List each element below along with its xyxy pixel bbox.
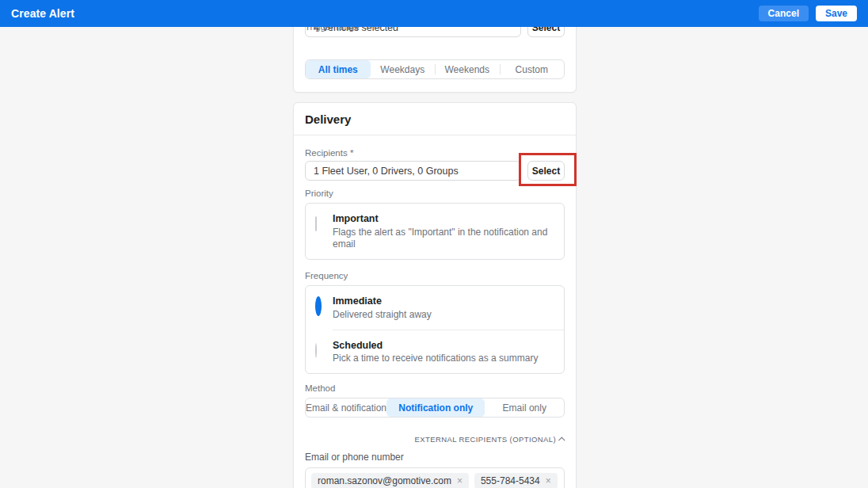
delivery-card-body: Recipients * 1 Fleet User, 0 Drivers, 0 … xyxy=(294,135,576,488)
recipients-select-button[interactable]: Select xyxy=(527,161,565,181)
frequency-immediate-option[interactable]: Immediate Delivered straight away xyxy=(306,286,564,329)
priority-option-box: Important Flags the alert as "Important"… xyxy=(305,203,565,260)
save-button[interactable]: Save xyxy=(816,6,857,21)
topbar: Create Alert Cancel Save xyxy=(0,0,868,27)
method-label: Method xyxy=(305,383,565,393)
page-title: Create Alert xyxy=(11,7,74,20)
chip-email-remove-icon[interactable]: × xyxy=(457,476,463,486)
recipient-chip-email: roman.sazonov@gomotive.com × xyxy=(311,473,469,488)
frequency-label: Frequency xyxy=(305,271,565,280)
method-option-notification-only[interactable]: Notification only xyxy=(386,398,485,417)
chip-phone-remove-icon[interactable]: × xyxy=(546,476,551,486)
important-title: Important xyxy=(333,212,554,226)
important-checkbox[interactable] xyxy=(315,217,326,251)
immediate-title: Immediate xyxy=(333,295,432,308)
recipients-label: Recipients * xyxy=(305,148,565,158)
topbar-actions: Cancel Save xyxy=(759,6,857,21)
recipients-row: 1 Fleet User, 0 Drivers, 0 Groups Select xyxy=(305,161,565,181)
priority-label: Priority xyxy=(305,189,565,198)
scheduled-description: Pick a time to receive notifications as … xyxy=(333,353,538,365)
delivery-card: Delivery Recipients * 1 Fleet User, 0 Dr… xyxy=(293,102,577,488)
frequency-scheduled-option[interactable]: Scheduled Pick a time to receive notific… xyxy=(333,330,564,373)
method-option-email-notification[interactable]: Email & notification xyxy=(306,398,386,417)
cancel-button[interactable]: Cancel xyxy=(759,6,809,21)
external-recipients-toggle[interactable]: EXTERNAL RECIPIENTS (OPTIONAL) xyxy=(305,435,565,444)
trigger-range-segmented: All times Weekdays Weekends Custom xyxy=(305,59,565,79)
external-recipients-header-text: EXTERNAL RECIPIENTS (OPTIONAL) xyxy=(415,435,556,444)
method-option-email-only[interactable]: Email only xyxy=(485,398,564,417)
method-segmented: Email & notification Notification only E… xyxy=(305,398,565,417)
priority-important-option[interactable]: Important Flags the alert as "Important"… xyxy=(306,204,564,259)
important-description: Flags the alert as "Important" in the no… xyxy=(333,227,554,251)
chip-phone-text: 555-784-5434 xyxy=(481,475,540,486)
delivery-title: Delivery xyxy=(305,112,565,126)
email-phone-input[interactable]: roman.sazonov@gomotive.com × 555-784-543… xyxy=(305,467,565,488)
immediate-description: Delivered straight away xyxy=(333,309,432,322)
trigger-option-weekdays[interactable]: Weekdays xyxy=(371,60,436,78)
delivery-card-header: Delivery xyxy=(294,103,576,135)
trigger-option-custom[interactable]: Custom xyxy=(500,60,565,78)
immediate-radio[interactable] xyxy=(315,299,326,321)
scheduled-title: Scheduled xyxy=(333,339,538,353)
chip-email-text: roman.sazonov@gomotive.com xyxy=(318,475,451,486)
chevron-up-icon xyxy=(558,437,565,443)
form-column: 4 Vehicles selected Select Trigger range… xyxy=(293,0,577,488)
trigger-option-all-times[interactable]: All times xyxy=(306,60,371,78)
trigger-option-weekends[interactable]: Weekends xyxy=(435,60,500,78)
email-phone-label: Email or phone number xyxy=(305,452,565,463)
frequency-option-box: Immediate Delivered straight away Schedu… xyxy=(305,285,565,374)
recipients-input[interactable]: 1 Fleet User, 0 Drivers, 0 Groups xyxy=(305,161,521,181)
recipient-chip-phone: 555-784-5434 × xyxy=(474,473,558,488)
scheduled-radio[interactable] xyxy=(315,344,326,365)
